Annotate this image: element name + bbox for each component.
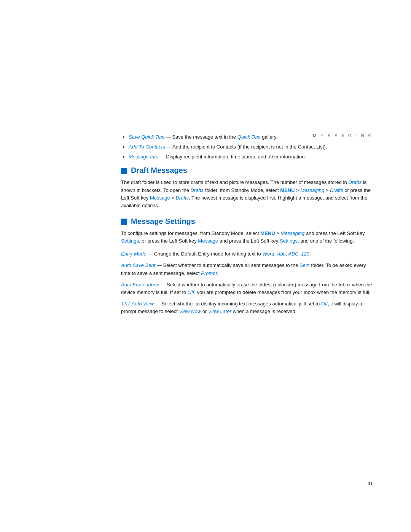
off-link-1: Off	[188, 289, 194, 295]
quick-text-link: Quick Text	[237, 134, 261, 140]
messaging-italic-2: Messaging	[280, 230, 304, 236]
auto-save-sent-end: .	[217, 270, 218, 276]
view-later-link: View Later	[208, 308, 231, 314]
draft-body-7: >	[170, 195, 176, 201]
drafts-link-2: Drafts	[191, 187, 204, 193]
view-now-link: View Now	[179, 308, 201, 314]
message-settings-intro: To configure settings for messages, from…	[121, 230, 373, 245]
draft-messages-body: The draft folder is used to store drafts…	[121, 179, 373, 209]
section-icon	[121, 168, 127, 174]
entry-mode-period: .	[309, 251, 311, 257]
draft-messages-title: Draft Messages	[131, 166, 187, 175]
entry-mode-comma1: ,	[274, 251, 277, 257]
add-to-contacts-link: Add To Contacts	[129, 144, 165, 150]
settings-link-2: Settings	[280, 238, 298, 244]
bullet-text-2: — Add the recipient to Contacts (if the …	[166, 144, 327, 150]
entry-mode-dash: — Change the Default Entry mode for writ…	[146, 251, 262, 257]
word-link: Word	[262, 251, 274, 257]
page-number: 41	[368, 481, 373, 486]
txt-auto-view-link: TXT Auto View	[121, 301, 154, 307]
drafts-link-1: Drafts	[348, 179, 362, 185]
draft-body-4: >	[295, 187, 300, 193]
drafts-link-3: Drafts	[175, 195, 189, 201]
settings-intro-6: , and one of the following:	[298, 238, 354, 244]
message-settings-title: Message Settings	[131, 217, 195, 226]
settings-intro-2: >	[275, 230, 281, 236]
abc-link: Abc	[277, 251, 285, 257]
draft-body-5: >	[324, 187, 330, 193]
off-link-2: Off	[321, 301, 328, 307]
abc-caps-link: ABC	[288, 251, 298, 257]
settings-intro-3: and press the Left Soft key	[304, 230, 365, 236]
menu-bold-2: MENU	[260, 230, 275, 236]
save-quick-text-link: Save Quick Text	[129, 134, 164, 140]
menu-bold-1: MENU	[280, 187, 295, 193]
message-settings-header: Message Settings	[121, 217, 373, 226]
list-item: Message Info — Display recipient informa…	[129, 153, 373, 161]
txt-auto-view-or: or	[201, 308, 208, 314]
sent-link: Sent	[299, 262, 310, 268]
entry-mode-item: Entry Mode — Change the Default Entry mo…	[121, 250, 373, 258]
txt-auto-view-end: when a message is received.	[231, 308, 296, 314]
settings-intro-1: To configure settings for messages, from…	[121, 230, 260, 236]
draft-body-3: folder, from Standby Mode, select	[204, 187, 280, 193]
auto-erase-middle: , you are prompted to delete messages fr…	[194, 289, 370, 295]
page: M e s s a g i n g Save Quick Text — Save…	[0, 0, 411, 532]
message-link-1: Message	[150, 195, 170, 201]
txt-auto-view-item: TXT Auto View — Select whether to displa…	[121, 300, 373, 315]
section-icon-2	[121, 219, 127, 225]
draft-messages-header: Draft Messages	[121, 166, 373, 175]
draft-body-1: The draft folder is used to store drafts…	[121, 179, 348, 185]
message-link-2: Message	[198, 238, 218, 244]
settings-link-1: Settings	[121, 238, 139, 244]
bullet-list: Save Quick Text — Save the message text …	[129, 133, 373, 161]
draft-messages-section: Draft Messages The draft folder is used …	[121, 166, 373, 209]
entry-mode-link: Entry Mode	[121, 251, 146, 257]
message-info-link: Message Info	[129, 154, 158, 160]
drafts-italic-1: Drafts	[330, 187, 343, 193]
bullet-text-1b: gallery.	[262, 134, 277, 140]
list-item: Add To Contacts — Add the recipient to C…	[129, 143, 373, 151]
auto-erase-inbox-link: Auto Erase Inbox	[121, 282, 159, 288]
auto-erase-inbox-item: Auto Erase Inbox — Select whether to aut…	[121, 281, 373, 296]
auto-save-sent-dash: — Select whether to automatically save a…	[155, 262, 299, 268]
messaging-italic-1: Messaging	[300, 187, 324, 193]
123-link: 123	[301, 251, 309, 257]
prompt-link: Prompt	[201, 270, 217, 276]
auto-save-sent-item: Auto Save Sent — Select whether to autom…	[121, 262, 373, 277]
txt-auto-view-dash: — Select whether to display incoming tex…	[154, 301, 321, 307]
settings-intro-5: and press the Left Soft key	[218, 238, 280, 244]
auto-save-sent-link: Auto Save Sent	[121, 262, 155, 268]
settings-intro-4: , or press the Left Soft key	[139, 238, 198, 244]
message-settings-section: Message Settings To configure settings f…	[121, 217, 373, 315]
list-item: Save Quick Text — Save the message text …	[129, 133, 373, 141]
bullet-text-3: — Display recipient information, time st…	[160, 154, 306, 160]
bullet-text-1: — Save the message text in the	[166, 134, 237, 140]
content-area: Save Quick Text — Save the message text …	[121, 133, 373, 323]
